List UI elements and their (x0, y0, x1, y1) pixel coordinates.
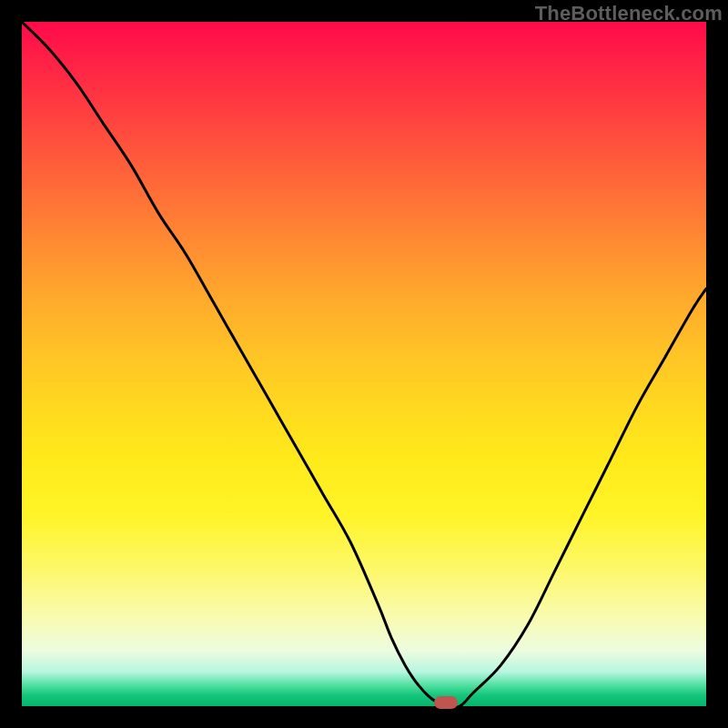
minimum-marker (434, 696, 458, 709)
watermark-text: TheBottleneck.com (535, 2, 723, 25)
bottleneck-curve (22, 22, 706, 706)
plot-area (22, 22, 706, 706)
chart-stage: TheBottleneck.com (0, 0, 728, 728)
